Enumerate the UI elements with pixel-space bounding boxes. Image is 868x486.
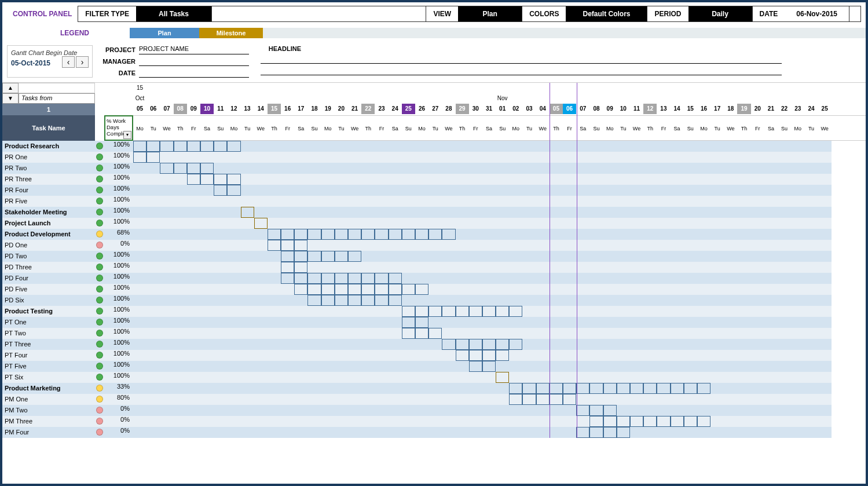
gantt-bar — [428, 229, 442, 240]
view-control[interactable]: VIEW Plan — [426, 6, 522, 22]
day-header: 15 — [684, 104, 697, 114]
column-header-row: Task Name % Work Days Complete ▾ MoTuWeT… — [2, 115, 866, 141]
period-control[interactable]: PERIOD Daily — [647, 6, 752, 22]
control-panel: CONTROL PANEL FILTER TYPE All Tasks VIEW… — [2, 2, 866, 25]
task-name[interactable]: Product Testing — [2, 306, 95, 317]
task-name[interactable]: PT Six — [2, 372, 95, 383]
gantt-bar — [200, 141, 214, 152]
project-left-col: PROJECTPROJECT NAME MANAGER DATE — [95, 45, 249, 78]
colors-control[interactable]: COLORS Default Colors — [522, 6, 647, 22]
date-control[interactable]: DATE 06-Nov-2015 — [753, 6, 862, 22]
status-dot — [96, 165, 103, 171]
day-header: 22 — [361, 104, 375, 114]
begin-date-value: 05-Oct-2015 — [11, 59, 50, 67]
gantt-bar — [348, 284, 361, 295]
gantt-bar — [348, 295, 361, 306]
task-timeline — [133, 317, 866, 328]
dow-header: Fr — [375, 116, 388, 141]
task-name[interactable]: PD Two — [2, 251, 95, 262]
task-name[interactable]: Stakeholder Meeting — [2, 207, 95, 218]
month-row: OctNov — [133, 93, 866, 104]
task-name[interactable]: Project Launch — [2, 218, 95, 229]
gantt-bar — [214, 185, 227, 196]
legend-rest — [263, 28, 866, 38]
proj-date-value[interactable] — [139, 68, 249, 78]
status-dot — [96, 275, 103, 282]
dow-header: Mo — [133, 116, 147, 141]
gantt-bar — [469, 350, 482, 361]
pct-header[interactable]: % Work Days Complete ▾ — [104, 115, 133, 141]
task-row: PD Five100% — [2, 284, 866, 295]
task-name[interactable]: PR Four — [2, 185, 95, 196]
day-header: 27 — [428, 104, 442, 114]
scroll-down-button[interactable]: ▼ — [2, 93, 19, 104]
gantt-bar — [643, 383, 657, 394]
tasks-from-label: Tasks from — [19, 93, 95, 104]
scroll-up-button[interactable]: ▲ — [2, 83, 19, 93]
task-name[interactable]: PT Five — [2, 361, 95, 372]
manager-value[interactable] — [139, 57, 249, 66]
task-name[interactable]: PT Two — [2, 328, 95, 339]
pct-value: 100% — [104, 273, 133, 284]
gantt-bar — [589, 383, 603, 394]
task-name[interactable]: PM Two — [2, 405, 95, 416]
status-dot — [96, 308, 103, 315]
day-header: 16 — [697, 104, 710, 114]
headline-value-2[interactable] — [261, 66, 782, 75]
gantt-bar — [603, 383, 617, 394]
day-header: 10 — [200, 104, 214, 114]
task-name[interactable]: PR Five — [2, 196, 95, 207]
task-name[interactable]: PM One — [2, 394, 95, 405]
task-name[interactable]: Product Development — [2, 229, 95, 240]
task-name[interactable]: PR One — [2, 152, 95, 163]
status-dot — [96, 407, 103, 414]
gantt-bar — [268, 240, 281, 251]
gantt-bar — [389, 229, 402, 240]
task-name[interactable]: PM Four — [2, 427, 95, 438]
gantt-bar — [657, 383, 670, 394]
day-header: 18 — [724, 104, 737, 114]
task-name[interactable]: PT Three — [2, 339, 95, 350]
dow-header: We — [536, 116, 550, 141]
dow-header: Th — [643, 116, 657, 141]
dow-header: Tu — [428, 116, 442, 141]
gantt-bar — [294, 251, 307, 262]
project-header: Gantt Chart Begin Date 05-Oct-2015 ‹ › P… — [2, 41, 866, 82]
task-name[interactable]: PD Three — [2, 262, 95, 273]
task-timeline — [133, 427, 866, 438]
prev-date-button[interactable]: ‹ — [62, 56, 75, 68]
date-picker-button[interactable] — [849, 6, 860, 21]
gantt-bar — [389, 284, 402, 295]
task-name[interactable]: PD Five — [2, 284, 95, 295]
task-name[interactable]: PD One — [2, 240, 95, 251]
project-value[interactable]: PROJECT NAME — [139, 45, 249, 54]
task-name[interactable]: Product Marketing — [2, 383, 95, 394]
day-header: 23 — [375, 104, 388, 114]
gantt-bar — [415, 328, 428, 339]
next-date-button[interactable]: › — [76, 56, 89, 68]
task-name[interactable]: Product Research — [2, 141, 95, 152]
legend-milestone: Milestone — [199, 28, 263, 38]
task-row: Stakeholder Meeting100% — [2, 207, 866, 218]
headline-value-1[interactable] — [261, 54, 782, 64]
filter-type-control[interactable]: FILTER TYPE All Tasks — [78, 6, 212, 22]
task-index: 1 — [2, 104, 95, 115]
chevron-down-icon[interactable]: ▾ — [123, 131, 131, 139]
task-row: PR One100% — [2, 152, 866, 163]
task-name[interactable]: PT Four — [2, 350, 95, 361]
task-row: PT Three100% — [2, 339, 866, 350]
day-header: 06 — [147, 104, 160, 114]
task-name[interactable]: PR Three — [2, 174, 95, 185]
gantt-bar — [684, 383, 697, 394]
task-name[interactable]: PR Two — [2, 163, 95, 174]
task-name[interactable]: PT One — [2, 317, 95, 328]
gantt-bar — [200, 163, 214, 174]
gantt-bar — [281, 251, 294, 262]
task-timeline — [133, 251, 866, 262]
gantt-bar — [160, 141, 173, 152]
task-name[interactable]: PM Three — [2, 416, 95, 427]
day-header: 16 — [281, 104, 294, 114]
task-name[interactable]: PD Six — [2, 295, 95, 306]
pct-value: 100% — [104, 207, 133, 218]
task-name[interactable]: PD Four — [2, 273, 95, 284]
